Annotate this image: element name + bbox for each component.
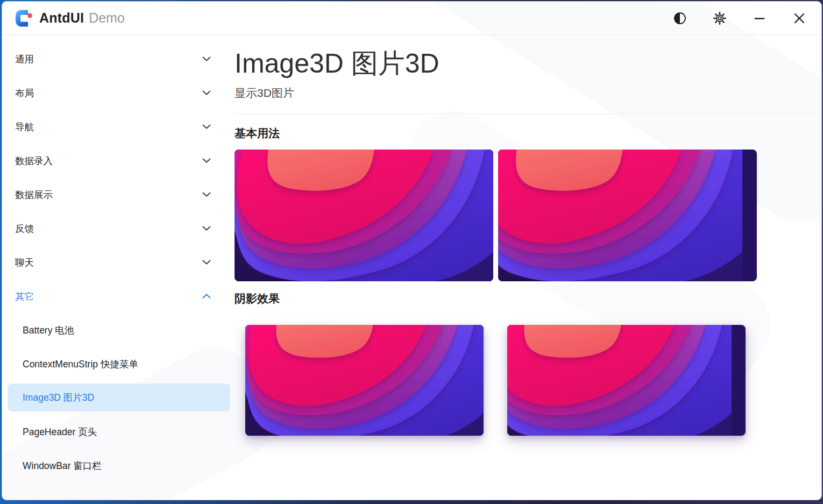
theme-toggle-button[interactable] <box>668 6 692 31</box>
page-title: Image3D 图片3D <box>235 48 814 79</box>
titlebar: AntdUI Demo <box>2 2 821 35</box>
sidebar-group-label: 导航 <box>15 120 34 133</box>
sidebar-item-battery[interactable]: Battery 电池 <box>2 313 230 347</box>
sidebar-group-label: 聊天 <box>15 256 34 269</box>
sidebar-group-feedback[interactable]: 反馈 <box>2 211 230 245</box>
app-title-suffix: Demo <box>89 10 125 26</box>
sidebar-group-data-entry[interactable]: 数据录入 <box>2 144 230 178</box>
sidebar-group-other[interactable]: 其它 <box>2 279 230 313</box>
basic-image-row <box>235 150 814 281</box>
image3d-preview[interactable] <box>498 150 757 281</box>
minimize-icon <box>754 12 765 24</box>
app-window: AntdUI Demo <box>2 1 822 500</box>
sidebar-item-pageheader[interactable]: PageHeader 页头 <box>2 415 230 449</box>
chevron-down-icon <box>202 226 211 231</box>
image3d-preview-shadow[interactable] <box>507 325 746 436</box>
page-subtitle: 显示3D图片 <box>235 86 814 101</box>
sidebar-group-label: 反馈 <box>15 222 34 235</box>
settings-button[interactable] <box>707 6 732 31</box>
divider <box>235 113 814 114</box>
sidebar-group-data-display[interactable]: 数据展示 <box>2 178 230 211</box>
chevron-down-icon <box>202 260 211 265</box>
app-title: AntdUI <box>39 10 84 26</box>
chevron-down-icon <box>202 192 211 197</box>
chevron-down-icon <box>202 56 211 61</box>
section-title-basic-usage: 基本用法 <box>235 126 814 141</box>
minimize-button[interactable] <box>747 6 772 31</box>
shadow-image-row <box>245 325 814 436</box>
settings-icon <box>713 11 727 25</box>
sidebar-group-navigation[interactable]: 导航 <box>2 110 230 144</box>
sidebar-item-label: ContextMenuStrip 快捷菜单 <box>23 358 138 371</box>
image3d-preview-shadow[interactable] <box>245 325 484 436</box>
chevron-down-icon <box>202 124 211 129</box>
sidebar: 通用 布局 导航 数据录入 数据展示 反馈 <box>2 35 230 500</box>
sidebar-item-label: WindowBar 窗口栏 <box>23 459 102 472</box>
sidebar-group-label: 数据展示 <box>15 188 53 201</box>
sidebar-group-general[interactable]: 通用 <box>2 42 230 76</box>
chevron-up-icon <box>202 294 211 299</box>
section-title-shadow-effect: 阴影效果 <box>235 291 814 306</box>
sidebar-group-label: 布局 <box>15 87 34 100</box>
image3d-preview[interactable] <box>235 150 493 281</box>
sidebar-item-contextmenustrip[interactable]: ContextMenuStrip 快捷菜单 <box>2 347 230 381</box>
theme-icon <box>673 12 686 25</box>
close-button[interactable] <box>787 6 812 31</box>
sidebar-item-windowbar[interactable]: WindowBar 窗口栏 <box>2 449 230 482</box>
main-content: Image3D 图片3D 显示3D图片 基本用法 阴影效果 <box>230 35 821 500</box>
sidebar-item-label: Image3D 图片3D <box>23 391 94 404</box>
chevron-down-icon <box>202 158 211 163</box>
sidebar-item-image3d[interactable]: Image3D 图片3D <box>8 384 230 411</box>
sidebar-group-label: 数据录入 <box>15 154 53 167</box>
sidebar-item-label: Battery 电池 <box>23 324 74 337</box>
sidebar-group-chat[interactable]: 聊天 <box>2 245 230 279</box>
sidebar-group-label: 通用 <box>15 53 34 66</box>
sidebar-group-layout[interactable]: 布局 <box>2 76 230 110</box>
sidebar-group-label: 其它 <box>15 290 34 303</box>
close-icon <box>793 12 806 25</box>
chevron-down-icon <box>202 90 211 95</box>
sidebar-item-label: PageHeader 页头 <box>23 425 97 438</box>
antdui-logo-icon <box>14 9 33 28</box>
